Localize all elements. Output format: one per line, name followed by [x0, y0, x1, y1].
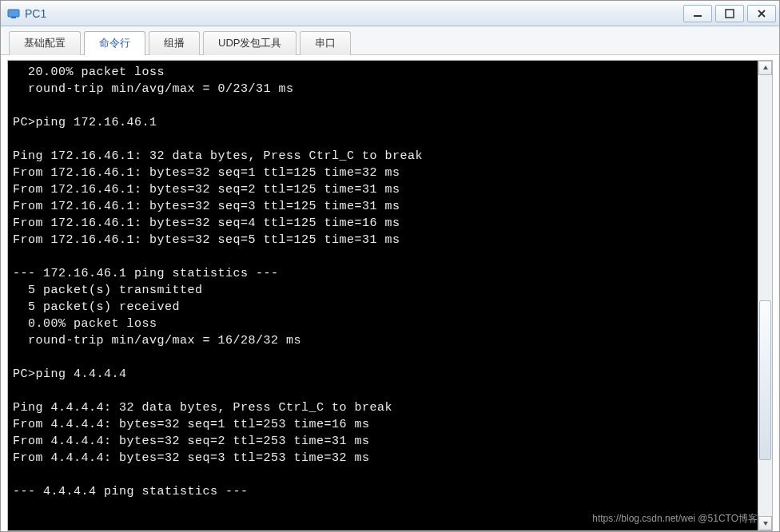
svg-rect-2: [694, 15, 702, 17]
svg-rect-0: [8, 10, 19, 17]
tab-serial[interactable]: 串口: [300, 31, 351, 55]
terminal-output[interactable]: 20.00% packet loss round-trip min/avg/ma…: [8, 61, 758, 530]
tab-basic-config[interactable]: 基础配置: [9, 31, 81, 55]
tab-udp-sender[interactable]: UDP发包工具: [203, 31, 296, 55]
scroll-up-button[interactable]: [758, 61, 772, 75]
tabbar: 基础配置 命令行 组播 UDP发包工具 串口: [1, 26, 779, 55]
tab-command-line[interactable]: 命令行: [84, 31, 145, 55]
titlebar: PC1: [1, 1, 779, 26]
minimize-button[interactable]: [683, 5, 712, 22]
svg-rect-3: [726, 10, 734, 18]
scrollbar[interactable]: [758, 61, 772, 530]
tab-multicast[interactable]: 组播: [149, 31, 200, 55]
close-button[interactable]: [747, 5, 776, 22]
window-title: PC1: [25, 7, 46, 20]
svg-rect-1: [11, 17, 16, 18]
scroll-down-button[interactable]: [758, 516, 772, 530]
maximize-button[interactable]: [715, 5, 744, 22]
terminal-panel: 20.00% packet loss round-trip min/avg/ma…: [7, 60, 773, 531]
app-icon: [7, 7, 20, 20]
scroll-thumb[interactable]: [759, 300, 771, 460]
